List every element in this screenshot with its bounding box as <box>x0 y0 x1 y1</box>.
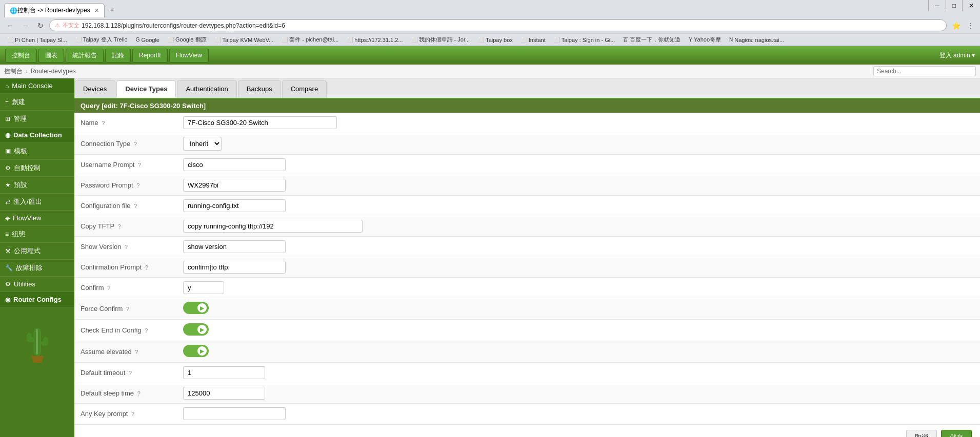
bookmark-baidu[interactable]: 百 百度一下，你就知道 <box>620 35 684 45</box>
help-icon-conntype[interactable]: ? <box>134 141 137 147</box>
troubleshoot-icon: 🔧 <box>5 264 13 272</box>
back-button[interactable]: ← <box>4 20 16 31</box>
check-end-toggle[interactable]: ▶ <box>183 323 209 336</box>
tab-backups[interactable]: Backups <box>238 80 281 98</box>
help-icon-showver[interactable]: ? <box>125 244 128 250</box>
sidebar-item-utilities[interactable]: ⚒ 公用程式 <box>0 243 74 260</box>
help-icon-password[interactable]: ? <box>136 182 139 189</box>
sidebar-item-templates[interactable]: ▣ 模板 <box>0 143 74 160</box>
breadcrumb-console[interactable]: 控制台 <box>4 67 23 76</box>
login-label[interactable]: 登入 admin ▾ <box>939 51 975 60</box>
help-icon-username[interactable]: ? <box>138 162 141 168</box>
address-bar[interactable]: ⚠ 不安全 192.168.1.128/plugins/routerconfig… <box>49 19 947 31</box>
sidebar-item-manage[interactable]: ⊞ 管理 <box>0 111 74 128</box>
bookmark-yahoo[interactable]: Y Yahoo奇摩 <box>686 35 724 45</box>
table-row: Default sleep time ? <box>74 383 980 404</box>
tab-device-types[interactable]: Device Types <box>116 80 176 98</box>
help-icon-timeout[interactable]: ? <box>129 370 132 376</box>
search-input[interactable] <box>873 66 976 76</box>
show-version-input[interactable] <box>183 240 286 253</box>
tab-close-icon[interactable]: ✕ <box>94 7 99 14</box>
new-tab-button[interactable]: + <box>106 3 118 17</box>
sidebar-item-data-collection[interactable]: ◉ Data Collection <box>0 128 74 143</box>
config-file-input[interactable] <box>183 199 286 212</box>
sidebar-item-autocontrol[interactable]: ⚙ 自動控制 <box>0 160 74 177</box>
password-prompt-input[interactable] <box>183 179 286 192</box>
help-icon-confirm[interactable]: ? <box>107 285 110 291</box>
confirmation-prompt-input[interactable] <box>183 261 286 274</box>
force-confirm-toggle[interactable]: ▶ <box>183 302 209 314</box>
table-row: Name ? <box>74 113 980 133</box>
toggle-knob: ▶ <box>197 325 207 334</box>
bookmark-label: 百度一下，你就知道 <box>630 36 681 44</box>
menu-button[interactable]: ⋮ <box>965 20 976 31</box>
sidebar-label: FlowView <box>13 214 41 222</box>
sleep-time-input[interactable] <box>183 387 265 400</box>
browser-tab-active[interactable]: 🌐 控制台 -> Router-devtypes ✕ <box>4 3 105 17</box>
bookmark-google[interactable]: G Google <box>133 36 163 44</box>
svg-rect-6 <box>36 329 38 355</box>
username-prompt-input[interactable] <box>183 158 286 171</box>
cancel-button[interactable]: 取消 <box>906 430 937 437</box>
nav-flowview[interactable]: FlowView <box>169 49 209 63</box>
help-icon-forceconfirm[interactable]: ? <box>126 306 129 312</box>
default-timeout-input[interactable] <box>183 366 265 379</box>
sidebar-item-utilities2[interactable]: ⚙ Utilities <box>0 277 74 292</box>
help-icon-name[interactable]: ? <box>102 120 105 126</box>
bookmark-nagios[interactable]: N Nagios: nagios.tai... <box>726 36 787 44</box>
minimize-button[interactable]: ─ <box>928 0 946 11</box>
tab-compare[interactable]: Compare <box>282 80 327 98</box>
nav-log[interactable]: 記錄 <box>105 49 131 63</box>
bookmark-trello[interactable]: ⬜ Taipay 登入 Trello <box>72 35 131 45</box>
help-icon-checkend[interactable]: ? <box>145 327 148 334</box>
name-input[interactable] <box>183 116 337 129</box>
confirm-input[interactable] <box>183 281 224 294</box>
nav-charts[interactable]: 圖表 <box>38 49 64 63</box>
assume-elevated-toggle[interactable]: ▶ <box>183 345 209 357</box>
close-button[interactable]: ✕ <box>962 0 980 11</box>
nav-console[interactable]: 控制台 <box>5 49 37 63</box>
tab-authentication[interactable]: Authentication <box>177 80 236 98</box>
bookmark-plugin[interactable]: ⬜ 套件 - pichen@tai... <box>278 35 342 45</box>
bookmark-pichen[interactable]: ⬜ Pi Chen | Taipay Sl... <box>4 36 70 44</box>
sidebar-item-main-console[interactable]: ⌂ Main Console <box>0 78 74 94</box>
help-icon-tftp[interactable]: ? <box>118 223 121 230</box>
help-icon-anykey[interactable]: ? <box>131 411 134 417</box>
nav-stats[interactable]: 統計報告 <box>66 49 104 63</box>
help-icon-confirmprompt[interactable]: ? <box>145 264 148 270</box>
save-button[interactable]: 儲存 <box>941 430 972 437</box>
sidebar-item-routerconfigs[interactable]: ◉ Router Configs <box>0 292 74 307</box>
extensions-button[interactable]: ⭐ <box>950 20 963 31</box>
bookmark-ip[interactable]: ⬜ https://172.31.1.2... <box>344 36 406 44</box>
breadcrumb-routerdevtypes[interactable]: Router-devtypes <box>31 68 76 75</box>
field-input-default-timeout <box>177 363 980 383</box>
field-input-username-prompt <box>177 155 980 175</box>
help-icon-sleeptime[interactable]: ? <box>137 390 141 397</box>
nav-reportit[interactable]: ReportIt <box>132 49 168 63</box>
sidebar-item-troubleshoot[interactable]: 🔧 故障排除 <box>0 260 74 277</box>
bookmark-vacation[interactable]: ⬜ 我的休假申請 - Jor... <box>408 35 473 45</box>
help-icon-elevated[interactable]: ? <box>135 349 138 355</box>
copy-tftp-input[interactable] <box>183 220 363 233</box>
field-input-name <box>177 113 980 133</box>
bookmark-kvm[interactable]: ⬜ Taipay KVM WebV... <box>212 36 277 44</box>
bookmark-translate[interactable]: ⬜ Google 翻譯 <box>165 35 210 45</box>
sidebar-item-importexport[interactable]: ⇄ 匯入/匯出 <box>0 194 74 211</box>
help-icon-config[interactable]: ? <box>134 203 137 209</box>
sidebar-item-state[interactable]: ≡ 組態 <box>0 226 74 243</box>
reload-button[interactable]: ↻ <box>35 20 46 31</box>
sidebar-item-presets[interactable]: ★ 預設 <box>0 177 74 194</box>
tab-devices[interactable]: Devices <box>74 80 115 98</box>
forward-button[interactable]: → <box>19 20 32 31</box>
bookmark-taipaysign[interactable]: ⬜ Taipay : Sign in - Gi... <box>551 36 618 44</box>
sidebar-item-flowview[interactable]: ◈ FlowView <box>0 211 74 226</box>
any-key-input[interactable] <box>183 407 286 420</box>
bookmark-label: Google 翻譯 <box>175 36 207 44</box>
sidebar-item-create[interactable]: + 創建 <box>0 94 74 111</box>
connection-type-select[interactable]: Inherit SSH Telnet <box>183 137 222 151</box>
sidebar-label: 自動控制 <box>14 163 41 173</box>
bookmark-icon: ⬜ <box>215 37 221 43</box>
bookmark-instant[interactable]: ⬜ Instant <box>518 36 549 44</box>
maximize-button[interactable]: □ <box>946 0 962 11</box>
bookmark-taipaybox[interactable]: ⬜ Taipay box <box>475 36 516 44</box>
